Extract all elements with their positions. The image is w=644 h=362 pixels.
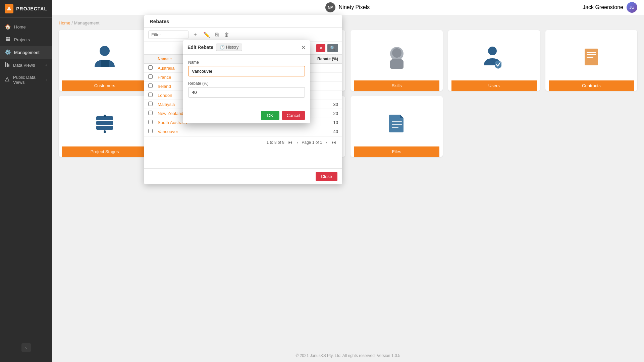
svg-rect-22 [587, 57, 593, 58]
rebates-panel-toolbar: ＋ ✏️ ⎘ 🗑 [144, 28, 342, 42]
panel-footer: Close [144, 168, 342, 184]
modal-actions: OK Cancel [183, 108, 310, 123]
svg-rect-37 [392, 127, 398, 128]
card-skills[interactable]: Skills [351, 30, 442, 91]
edit-rebate-modal: Edit Rebate 🕐 History ✕ Name Rebate (%) … [183, 40, 310, 123]
sidebar-item-home[interactable]: 🏠 Home [0, 20, 52, 33]
sidebar-item-public-data-views[interactable]: Public Data Views + [0, 71, 52, 88]
add-button[interactable]: ＋ [191, 31, 199, 39]
last-page-button[interactable]: ⏭ [330, 139, 337, 145]
row-checkbox-ireland[interactable] [148, 83, 153, 88]
app-title: PROJECTAL [16, 6, 47, 11]
sidebar: PROJECTAL 🏠 Home Projects ⚙️ Management [0, 0, 52, 362]
rebate-input[interactable] [188, 87, 305, 98]
project-stages-label[interactable]: Project Stages [62, 146, 147, 157]
user-name: Jack Greenstone [583, 4, 623, 10]
users-label[interactable]: Users [451, 80, 537, 91]
next-page-button[interactable]: › [324, 139, 328, 145]
topbar-center: NP Ninety Pixels [325, 2, 370, 12]
breadcrumb-separator: / [71, 20, 73, 25]
clear-search-button[interactable]: ✕ [316, 44, 325, 52]
row-checkbox-france[interactable] [148, 74, 153, 79]
svg-point-17 [392, 48, 401, 58]
rebates-panel-header: Rebates [144, 15, 342, 28]
first-page-button[interactable]: ⏮ [286, 139, 293, 145]
row-checkbox-australia[interactable] [148, 65, 153, 70]
org-avatar: NP [325, 2, 335, 12]
contracts-icon [578, 37, 605, 77]
prev-page-button[interactable]: ‹ [296, 139, 300, 145]
sidebar-item-projects[interactable]: Projects [0, 33, 52, 46]
skills-label[interactable]: Skills [354, 80, 439, 91]
row-checkbox-south-australia[interactable] [148, 120, 153, 124]
rebates-panel-title: Rebates [150, 18, 169, 24]
row-rebate-malaysia: 30 [311, 102, 338, 107]
svg-rect-1 [6, 37, 8, 39]
modal-header: Edit Rebate 🕐 History ✕ [183, 40, 310, 55]
breadcrumb-current: Management [74, 20, 100, 25]
svg-rect-25 [96, 126, 113, 130]
svg-rect-2 [6, 39, 10, 41]
topbar: NP Ninety Pixels Jack Greenstone JG [52, 0, 644, 15]
svg-rect-21 [587, 54, 596, 55]
main-wrapper: NP Ninety Pixels Jack Greenstone JG Home… [52, 0, 644, 362]
management-icon: ⚙️ [5, 49, 11, 55]
svg-point-18 [488, 47, 497, 55]
edit-button[interactable]: ✏️ [202, 31, 211, 39]
svg-rect-9 [101, 60, 109, 67]
cancel-button[interactable]: Cancel [282, 111, 305, 120]
svg-rect-6 [8, 64, 9, 67]
projects-icon [5, 37, 11, 43]
public-data-views-icon [5, 77, 10, 83]
rebate-field-group: Rebate (%) [188, 81, 305, 98]
history-button[interactable]: 🕐 History [216, 44, 242, 51]
modal-body: Name Rebate (%) [183, 55, 310, 108]
customers-icon [91, 37, 118, 77]
sidebar-collapse-btn[interactable]: ‹ [0, 340, 52, 355]
svg-marker-7 [5, 77, 9, 81]
delete-button[interactable]: 🗑 [223, 31, 231, 39]
data-views-icon [5, 62, 10, 68]
files-label[interactable]: Files [354, 146, 439, 157]
card-project-stages[interactable]: Project Stages [59, 96, 151, 157]
sidebar-nav: 🏠 Home Projects ⚙️ Management [0, 18, 52, 345]
ok-button[interactable]: OK [261, 111, 279, 120]
row-checkbox-new-zealand[interactable] [148, 111, 153, 115]
svg-rect-4 [5, 62, 6, 67]
row-rebate-vancouver: 40 [311, 129, 338, 134]
card-users[interactable]: Users [448, 30, 540, 91]
card-customers[interactable]: Customers [59, 30, 151, 91]
svg-rect-35 [392, 121, 402, 122]
footer-text: © 2021 JanusKS Pty. Ltd. All rights rese… [296, 353, 400, 358]
name-label: Name [188, 60, 305, 65]
breadcrumb-home[interactable]: Home [59, 20, 70, 25]
panel-close-button[interactable]: Close [316, 172, 337, 181]
modal-title: Edit Rebate [187, 45, 213, 50]
row-checkbox-vancouver[interactable] [148, 129, 153, 133]
footer: © 2021 JanusKS Pty. Ltd. All rights rese… [52, 349, 644, 362]
customers-label[interactable]: Customers [62, 80, 147, 91]
row-name-vancouver[interactable]: Vancouver [158, 129, 311, 134]
sidebar-label-projects: Projects [14, 37, 30, 42]
row-checkbox-london[interactable] [148, 93, 153, 97]
sidebar-item-management[interactable]: ⚙️ Management [0, 46, 52, 59]
copy-button[interactable]: ⎘ [214, 31, 220, 39]
expand-icon-public: + [45, 78, 47, 82]
name-input[interactable] [188, 66, 305, 76]
contracts-label[interactable]: Contracts [549, 80, 634, 91]
modal-close-button[interactable]: ✕ [301, 44, 306, 51]
card-files[interactable]: Files [351, 96, 442, 157]
filter-input[interactable] [148, 31, 189, 39]
collapse-arrow-button[interactable]: ‹ [21, 343, 31, 352]
svg-point-8 [100, 46, 110, 56]
row-checkbox-malaysia[interactable] [148, 102, 153, 106]
row-rebate-south-australia: 10 [311, 120, 338, 125]
col-header-rebate: Rebate (%) [311, 57, 338, 61]
sidebar-item-data-views[interactable]: Data Views + [0, 59, 52, 71]
content-area: Home / Management Customers [52, 15, 644, 349]
search-button[interactable]: 🔍 [327, 44, 338, 52]
card-contracts[interactable]: Contracts [545, 30, 637, 91]
skills-icon [383, 37, 410, 77]
svg-marker-0 [7, 6, 11, 10]
svg-rect-20 [587, 52, 596, 53]
